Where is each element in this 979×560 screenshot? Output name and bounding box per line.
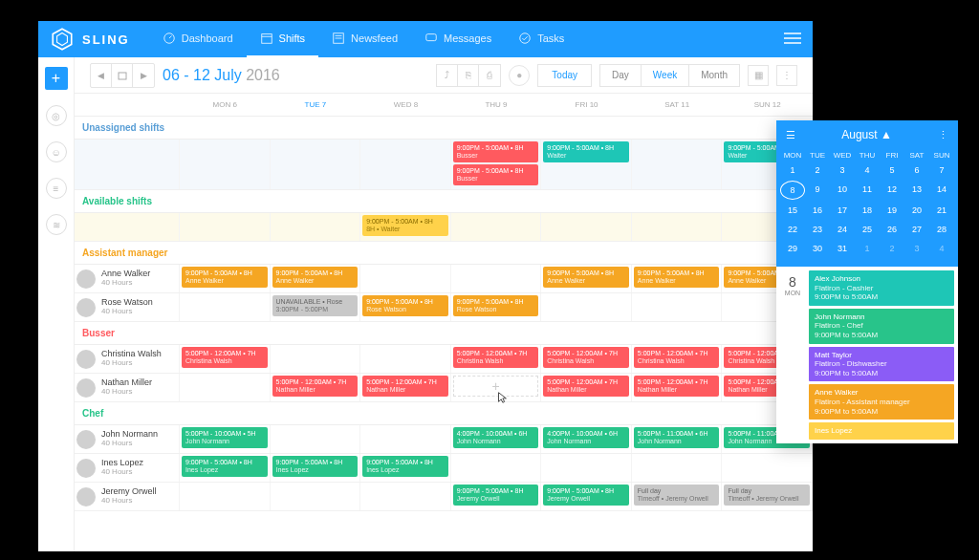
calendar-cell[interactable]: 9 xyxy=(805,181,830,200)
side-icon-location[interactable]: ◎ xyxy=(46,105,67,126)
nav-messages[interactable]: Messages xyxy=(411,21,505,57)
menu-button[interactable] xyxy=(784,32,801,47)
side-icon-list[interactable]: ≡ xyxy=(46,178,67,199)
shift-chip[interactable]: 4:00PM - 10:00AM • 6HJohn Normann xyxy=(453,427,539,448)
person-cell[interactable]: John Normann40 Hours xyxy=(75,425,180,453)
shift-chip[interactable]: 5:00PM - 10:00AM • 5HJohn Normann xyxy=(182,427,268,448)
shift-chip[interactable]: 9:00PM - 5:00AM • 8HAnne Walker xyxy=(634,267,720,288)
shift-chip[interactable]: 5:00PM - 12:00AM • 7HNathan Miller xyxy=(362,376,448,397)
shift-chip[interactable]: 5:00PM - 12:00AM • 7HChristina Walsh xyxy=(634,347,720,368)
filter-icon[interactable]: ☰ xyxy=(786,129,795,141)
view-day[interactable]: Day xyxy=(600,65,642,86)
calendar-event[interactable]: Ines Lopez xyxy=(809,422,954,440)
shift-chip[interactable]: 5:00PM - 12:00AM • 7HChristina Walsh xyxy=(453,347,539,368)
next-button[interactable]: ▶ xyxy=(133,64,154,87)
calendar-cell[interactable]: 21 xyxy=(929,202,954,219)
section-unassigned[interactable]: Unassigned shifts xyxy=(75,117,813,140)
nav-newsfeed[interactable]: Newsfeed xyxy=(318,21,411,57)
calendar-cell[interactable]: 22 xyxy=(780,221,805,238)
shift-chip[interactable]: 5:00PM - 11:00AM • 6HJohn Normann xyxy=(634,427,720,448)
calendar-cell[interactable]: 28 xyxy=(929,221,954,238)
side-icon-people[interactable]: ☺ xyxy=(46,141,67,162)
copy-icon[interactable]: ⎘ xyxy=(458,65,479,86)
view-month[interactable]: Month xyxy=(689,65,739,86)
day-sat[interactable]: SAT 11 xyxy=(632,94,723,116)
timeoff-chip[interactable]: Full dayTimeoff • Jeremy Orwell xyxy=(724,485,810,506)
calendar-cell[interactable]: 5 xyxy=(880,162,904,179)
calendar-event[interactable]: John NormannFlatiron - Chef9:00PM to 5:0… xyxy=(809,309,954,344)
shift-chip[interactable]: 9:00PM - 5:00AM • 8HAnne Walker xyxy=(272,267,359,288)
timeoff-chip[interactable]: Full dayTimeoff • Jeremy Orwell xyxy=(634,485,720,506)
nav-shifts[interactable]: Shifts xyxy=(247,21,319,57)
calendar-cell[interactable]: 12 xyxy=(880,181,904,200)
calendar-cell[interactable]: 23 xyxy=(805,221,830,238)
add-button[interactable]: + xyxy=(45,67,68,90)
nav-dashboard[interactable]: Dashboard xyxy=(149,21,247,57)
calendar-cell[interactable]: 7 xyxy=(929,162,954,179)
shift-chip[interactable]: 5:00PM - 12:00AM • 7HNathan Miller xyxy=(543,376,629,397)
section-busser[interactable]: Busser xyxy=(75,322,813,345)
calendar-month[interactable]: August ▲ xyxy=(841,128,892,141)
day-sun[interactable]: SUN 12 xyxy=(722,94,813,116)
calendar-cell[interactable]: 30 xyxy=(805,240,830,257)
calendar-cell[interactable]: 6 xyxy=(904,162,929,179)
person-cell[interactable]: Christina Walsh40 Hours xyxy=(75,345,180,373)
person-cell[interactable]: Jeremy Orwell40 Hours xyxy=(75,483,180,510)
shift-chip[interactable]: 9:00PM - 5:00AM • 8HInes Lopez xyxy=(182,456,268,477)
side-icon-filter[interactable]: ≋ xyxy=(46,214,67,235)
calendar-cell[interactable]: 4 xyxy=(855,162,880,179)
more-icon[interactable]: ⋮ xyxy=(776,65,797,86)
prev-button[interactable]: ◀ xyxy=(91,64,112,87)
person-cell[interactable]: Nathan Miller40 Hours xyxy=(75,374,180,401)
calendar-cell[interactable]: 17 xyxy=(830,202,855,219)
add-shift-cell[interactable]: + xyxy=(453,376,539,397)
calendar-cell[interactable]: 20 xyxy=(904,202,929,219)
calendar-cell[interactable]: 1 xyxy=(855,240,880,257)
day-thu[interactable]: THU 9 xyxy=(451,94,542,116)
calendar-cell[interactable]: 2 xyxy=(880,240,904,257)
shift-chip[interactable]: 5:00PM - 12:00AM • 7HChristina Walsh xyxy=(543,347,629,368)
calendar-cell[interactable]: 19 xyxy=(880,202,904,219)
shift-chip[interactable]: 9:00PM - 5:00AM • 8HBusser xyxy=(453,141,539,162)
calendar-cell[interactable]: 15 xyxy=(780,202,805,219)
calendar-cell[interactable]: 26 xyxy=(880,221,904,238)
calendar-cell[interactable]: 1 xyxy=(780,162,805,179)
day-fri[interactable]: FRI 10 xyxy=(541,94,632,116)
shift-chip[interactable]: 9:00PM - 5:00AM • 8HJeremy Orwell xyxy=(453,485,539,506)
shift-chip[interactable]: 5:00PM - 12:00AM • 7HNathan Miller xyxy=(272,376,359,397)
section-available[interactable]: Available shifts xyxy=(75,190,813,213)
section-chef[interactable]: Chef xyxy=(75,402,813,425)
export-icon[interactable]: ⤴ xyxy=(437,65,458,86)
calendar-cell[interactable]: 25 xyxy=(855,221,880,238)
person-cell[interactable]: Anne Walker40 Hours xyxy=(75,265,180,292)
shift-chip[interactable]: 9:00PM - 5:00AM • 8HInes Lopez xyxy=(272,456,359,477)
calendar-cell[interactable]: 24 xyxy=(830,221,855,238)
record-icon[interactable]: ● xyxy=(509,65,530,86)
calendar-button[interactable] xyxy=(112,64,133,87)
grid-icon[interactable]: ▦ xyxy=(748,65,769,86)
calendar-cell[interactable]: 11 xyxy=(855,181,880,200)
calendar-cell[interactable]: 18 xyxy=(855,202,880,219)
calendar-cell[interactable]: 4 xyxy=(929,240,954,257)
shift-chip[interactable]: 9:00PM - 5:00AM • 8HRose Watson xyxy=(453,295,539,316)
section-asst-mgr[interactable]: Assistant manager xyxy=(75,242,813,265)
calendar-cell[interactable]: 8 xyxy=(780,181,805,200)
calendar-cell[interactable]: 27 xyxy=(904,221,929,238)
day-mon[interactable]: MON 6 xyxy=(180,94,271,116)
shift-chip[interactable]: 9:00PM - 5:00AM • 8HAnne Walker xyxy=(182,267,268,288)
person-cell[interactable]: Ines Lopez40 Hours xyxy=(75,454,180,482)
shift-chip[interactable]: 9:00PM - 5:00AM • 8HWaiter xyxy=(543,141,629,162)
shift-chip[interactable]: 9:00PM - 5:00AM • 8HRose Watson xyxy=(362,295,448,316)
calendar-cell[interactable]: 3 xyxy=(904,240,929,257)
shift-chip[interactable]: 9:00PM - 5:00AM • 8HJeremy Orwell xyxy=(543,485,629,506)
calendar-cell[interactable]: 29 xyxy=(780,240,805,257)
view-week[interactable]: Week xyxy=(642,65,689,86)
calendar-more-icon[interactable]: ⋮ xyxy=(938,129,948,141)
calendar-cell[interactable]: 10 xyxy=(830,181,855,200)
calendar-event[interactable]: Alex JohnsonFlatiron - Cashier9:00PM to … xyxy=(809,270,954,306)
shift-chip[interactable]: 9:00PM - 5:00AM • 8HAnne Walker xyxy=(543,267,629,288)
day-wed[interactable]: WED 8 xyxy=(360,94,451,116)
shift-chip[interactable]: 9:00PM - 5:00AM • 8H8H • Waiter xyxy=(362,215,448,236)
calendar-cell[interactable]: 31 xyxy=(830,240,855,257)
shift-chip[interactable]: 9:00PM - 5:00AM • 8HBusser xyxy=(453,164,539,185)
